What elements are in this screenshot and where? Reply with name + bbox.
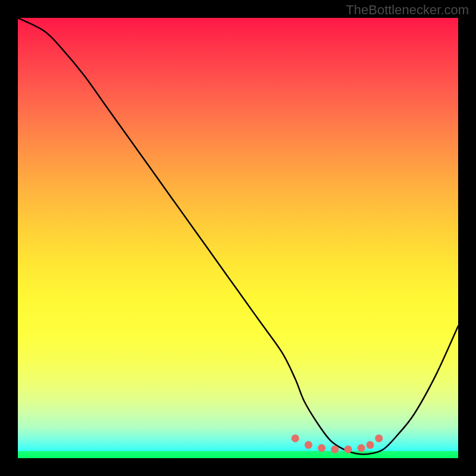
chart-svg xyxy=(18,18,458,458)
watermark-text: TheBottleneсker.com xyxy=(346,2,469,18)
floor-dot xyxy=(375,434,383,442)
floor-dot xyxy=(367,441,374,449)
floor-dot xyxy=(331,446,339,453)
floor-dot xyxy=(292,434,299,442)
floor-dots-group xyxy=(292,434,383,453)
floor-dot xyxy=(345,446,352,453)
floor-dot xyxy=(358,444,365,452)
chart-plot-area xyxy=(18,18,458,458)
floor-dot xyxy=(305,441,312,449)
bottleneck-curve-line xyxy=(18,18,458,455)
floor-dot xyxy=(318,444,325,452)
